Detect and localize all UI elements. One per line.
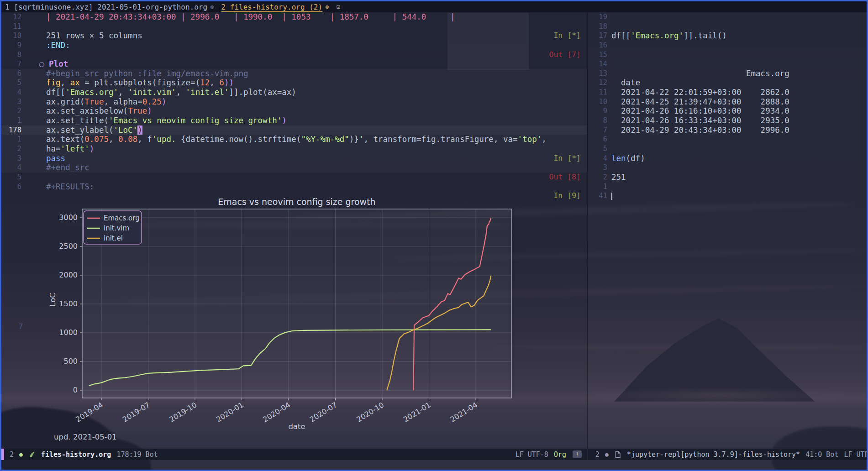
line-number: 2 — [1, 144, 21, 154]
buffer-line[interactable]: 3 — [588, 163, 867, 173]
line-text — [607, 135, 611, 144]
syntax-segment: ax — [70, 78, 80, 87]
cursor-position: 41:0 Bot — [805, 450, 838, 459]
buffer-line[interactable]: 178ax.set_ylabel('LoC') — [1, 126, 587, 135]
syntax-segment: 0.08 — [118, 135, 137, 144]
line-number: 13 — [588, 69, 607, 78]
syntax-segment: date — [611, 78, 640, 87]
line-text: len(df) — [607, 154, 645, 163]
new-tab-icon[interactable]: ⊡ — [337, 3, 340, 10]
line-text: 251 rows × 5 columns — [21, 31, 142, 41]
window-number: 2 — [10, 450, 14, 459]
buffer-line[interactable]: 3ax.grid(True, alpha=0.25) — [1, 97, 587, 107]
line-text: ax.set_axisbelow(True) — [21, 106, 152, 116]
buffer-line[interactable]: 1ax.set_title('Emacs vs neovim config si… — [1, 116, 587, 126]
buffer-line[interactable]: 3pass — [1, 154, 587, 163]
syntax-segment: (df) — [626, 154, 645, 163]
buffer-line[interactable]: 6#+begin_src python :file img/emacs-vim.… — [1, 69, 587, 78]
buffer-line[interactable]: 18 — [588, 22, 867, 31]
line-text: ax.grid(True, alpha=0.25) — [21, 97, 166, 107]
line-number: 2 — [588, 173, 607, 182]
line-text — [607, 182, 611, 192]
syntax-segment: , f — [137, 135, 152, 144]
buffer-line[interactable]: 19 — [588, 12, 867, 22]
buffer-line[interactable]: 5 — [1, 173, 587, 182]
line-number: 1 — [588, 182, 607, 192]
tab[interactable]: 1 [sqrtminusone.xyz] 2021-05-01-org-pyth… — [1, 1, 218, 12]
syntax-segment: ) — [162, 97, 167, 106]
line-text: date — [607, 78, 640, 88]
buffer-line[interactable]: 10 2021-04-25 21:39:47+03:00 2888.0 — [588, 97, 867, 107]
buffer-line[interactable]: 1ax.text(0.075, 0.08, f'upd. {datetime.n… — [1, 135, 587, 144]
line-number: 178 — [1, 126, 21, 135]
syntax-segment: 'LoC' — [114, 126, 138, 135]
close-icon[interactable]: ⊗ — [210, 3, 214, 10]
line-number: 41 — [588, 191, 607, 201]
line-text: ha='left') — [21, 144, 94, 154]
syntax-segment: 2021-04-25 21:39:47+03:00 2888.0 — [611, 97, 789, 106]
buffer-status-icon: ● — [19, 451, 23, 458]
syntax-segment: ) — [147, 106, 152, 115]
buffer-line[interactable]: 2ax.set_axisbelow(True) — [1, 106, 587, 116]
buffer-line[interactable]: 6#+RESULTS: — [1, 182, 587, 192]
buffer-line[interactable]: 5 — [588, 144, 867, 154]
checker-badge[interactable]: ! — [573, 450, 582, 458]
line-text — [607, 144, 611, 154]
org-heading: ◯ Plot — [21, 59, 68, 69]
line-number: 8 — [588, 116, 607, 126]
buffer-line[interactable]: 9 2021-04-26 16:16:10+03:00 2934.0 — [588, 106, 867, 116]
syntax-segment: ha= — [46, 144, 61, 153]
buffer-line[interactable]: 15 — [588, 50, 867, 60]
buffer-line[interactable]: 1 — [588, 182, 867, 192]
syntax-segment: 2021-04-22 22:01:59+03:00 2862.0 — [611, 88, 789, 97]
line-number: 7 — [588, 126, 607, 135]
buffer-status-icon: ● — [605, 451, 609, 458]
line-text — [607, 22, 611, 31]
jupyter-out-prompt: Out [7] — [525, 50, 581, 60]
buffer-line[interactable]: 6 — [588, 135, 867, 144]
buffer-line[interactable]: 4df[['Emacs.org', 'init.vim', 'init.el']… — [1, 88, 587, 97]
buffer-line[interactable]: 8 2021-04-26 16:33:34+03:00 2935.0 — [588, 116, 867, 126]
buffer-line[interactable]: 2251 — [588, 173, 867, 182]
line-number: 8 — [1, 50, 21, 60]
syntax-segment: ' — [359, 135, 364, 144]
buffer-line[interactable]: 12 date — [588, 78, 867, 88]
syntax-segment: len — [611, 154, 626, 163]
line-number: 11 — [588, 88, 607, 97]
buffer-line[interactable]: 5fig, ax = plt.subplots(figsize=(12, 6)) — [1, 78, 587, 88]
buffer-line[interactable]: 4#+end_src — [1, 163, 587, 173]
syntax-segment: {datetime.now().strftime( — [181, 135, 301, 144]
syntax-segment: ]].plot(ax=ax) — [229, 88, 296, 97]
line-text: #+RESULTS: — [21, 182, 94, 192]
buffer-line[interactable]: 7 2021-04-29 20:43:34+03:00 2996.0 — [588, 126, 867, 135]
file-icon — [614, 451, 621, 458]
syntax-segment: ax.grid( — [46, 97, 84, 106]
buffer-line[interactable]: 16 — [588, 41, 867, 50]
syntax-segment: 251 — [611, 173, 626, 182]
syntax-segment: 2021-04-29 20:43:34+03:00 2996.0 — [611, 126, 789, 135]
line-number: 2 — [1, 106, 21, 116]
buffer-line[interactable]: 41 — [588, 191, 867, 201]
org-buffer-window[interactable]: 12| 2021-04-29 20:43:34+03:00 | 2996.0 |… — [1, 12, 587, 449]
window-divider[interactable] — [587, 12, 588, 460]
syntax-segment: 'top' — [518, 135, 542, 144]
line-text — [607, 41, 611, 50]
syntax-segment: = plt.subplots(figsize=( — [80, 78, 200, 87]
line-text — [607, 12, 611, 22]
tab[interactable]: 2 files-history.org (2)⊗ — [218, 1, 333, 12]
close-icon[interactable]: ⊗ — [325, 3, 329, 10]
syntax-segment: df[[ — [611, 31, 631, 40]
jupyter-repl-window[interactable]: 191817df[['Emacs.org']].tail()16151413 E… — [588, 12, 867, 449]
line-text — [607, 163, 611, 173]
buffer-line[interactable]: 11 2021-04-22 22:01:59+03:00 2862.0 — [588, 88, 867, 97]
cursor-position: 178:19 Bot — [116, 450, 158, 459]
syntax-segment: ) — [89, 144, 95, 153]
buffer-line[interactable]: 14 — [588, 59, 867, 69]
buffer-line[interactable]: 2ha='left') — [1, 144, 587, 154]
buffer-line[interactable]: 13 Emacs.org — [588, 69, 867, 78]
buffer-line[interactable]: 17df[['Emacs.org']].tail() — [588, 31, 867, 41]
major-mode-indicator[interactable]: Org — [554, 450, 566, 459]
buffer-line[interactable]: 4len(df) — [588, 154, 867, 163]
tab-bar: 1 [sqrtminusone.xyz] 2021-05-01-org-pyth… — [1, 1, 867, 12]
syntax-segment: df[[ — [46, 88, 65, 97]
